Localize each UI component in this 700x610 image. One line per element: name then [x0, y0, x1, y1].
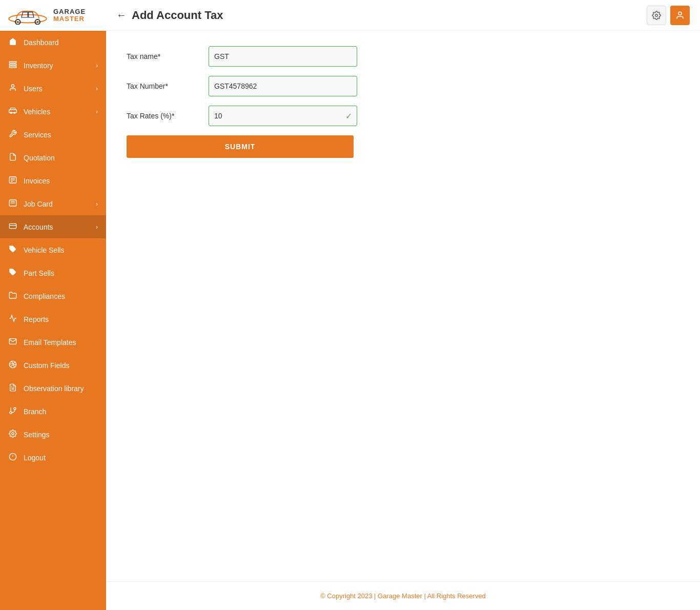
sidebar-item-logout[interactable]: Logout [0, 446, 106, 469]
sidebar-label-users: Users [24, 85, 43, 93]
tax-name-input[interactable] [209, 46, 357, 67]
observationlib-icon [8, 383, 17, 393]
sidebar-item-invoices[interactable]: Invoices [0, 169, 106, 192]
svg-point-3 [17, 21, 18, 23]
users-icon [8, 84, 17, 93]
sidebar: GARAGE MASTER Dashboard Inventory › User… [0, 0, 106, 610]
sidebar-item-accounts[interactable]: Accounts › [0, 215, 106, 238]
dashboard-icon [8, 37, 17, 47]
chevron-icon-inventory: › [96, 62, 98, 69]
sidebar-item-inventory[interactable]: Inventory › [0, 54, 106, 77]
top-bar-actions [647, 6, 690, 25]
submit-button[interactable]: SUBMIT [127, 135, 354, 158]
compliances-icon [8, 291, 17, 301]
sidebar-item-observationlib[interactable]: Observation library [0, 377, 106, 400]
tax-rates-row: Tax Rates (%)* ✓ [127, 106, 680, 126]
settings-icon [8, 430, 17, 439]
top-bar: ← Add Account Tax [106, 0, 700, 31]
sidebar-item-partsells[interactable]: Part Sells [0, 261, 106, 284]
sidebar-item-customfields[interactable]: Custom Fields [0, 354, 106, 377]
footer: © Copyright 2023 | Garage Master | All R… [106, 581, 700, 610]
sidebar-item-emailtemplates[interactable]: Email Templates [0, 331, 106, 354]
accounts-icon [8, 222, 17, 232]
svg-point-8 [11, 85, 14, 87]
sidebar-item-users[interactable]: Users › [0, 77, 106, 100]
inventory-icon [8, 60, 17, 70]
sidebar-item-vehicles[interactable]: Vehicles › [0, 100, 106, 123]
sidebar-item-reports[interactable]: Reports [0, 308, 106, 331]
user-icon [675, 11, 685, 20]
sidebar-item-branch[interactable]: Branch [0, 400, 106, 423]
quotation-icon [8, 153, 17, 162]
svg-point-27 [10, 412, 12, 414]
page-title: Add Account Tax [132, 9, 223, 22]
jobcard-icon [8, 199, 17, 209]
sidebar-label-jobcard: Job Card [24, 200, 53, 208]
sidebar-item-settings[interactable]: Settings [0, 423, 106, 446]
svg-rect-5 [9, 62, 16, 63]
tax-name-row: Tax name* [127, 46, 680, 67]
customfields-icon [8, 360, 17, 370]
chevron-icon-accounts: › [96, 223, 98, 231]
logo-garage-text: GARAGE [53, 8, 86, 15]
tax-rates-input[interactable] [209, 106, 357, 126]
sidebar-label-invoices: Invoices [24, 177, 50, 185]
branch-icon [8, 406, 17, 416]
sidebar-label-branch: Branch [24, 408, 46, 416]
check-icon: ✓ [345, 111, 352, 121]
tax-number-row: Tax Number* [127, 76, 680, 96]
emailtemplates-icon [8, 337, 17, 347]
sidebar-label-settings: Settings [24, 431, 50, 439]
svg-rect-7 [9, 66, 16, 68]
svg-point-33 [678, 12, 682, 15]
tax-rates-wrapper: ✓ [209, 106, 357, 126]
settings-button[interactable] [647, 6, 666, 25]
logo-master-text: MASTER [53, 15, 86, 23]
svg-rect-19 [9, 223, 16, 228]
footer-highlight: All Rights Reserved [427, 592, 486, 600]
sidebar-label-partsells: Part Sells [24, 269, 54, 277]
sidebar-label-compliances: Compliances [24, 292, 65, 300]
sidebar-item-vehiclesells[interactable]: Vehicle Sells [0, 238, 106, 261]
tax-rates-label: Tax Rates (%)* [127, 112, 209, 120]
sidebar-item-compliances[interactable]: Compliances [0, 284, 106, 308]
services-icon [8, 130, 17, 139]
sidebar-label-quotation: Quotation [24, 154, 55, 162]
tax-number-label: Tax Number* [127, 82, 209, 90]
svg-point-26 [14, 408, 16, 410]
main-content: ← Add Account Tax Tax name* Tax Number* … [106, 0, 700, 610]
tax-number-input[interactable] [209, 76, 357, 96]
chevron-icon-users: › [96, 85, 98, 92]
logout-icon [8, 453, 17, 462]
svg-rect-9 [9, 110, 17, 113]
sidebar-item-jobcard[interactable]: Job Card › [0, 192, 106, 215]
sidebar-label-observationlib: Observation library [24, 384, 84, 393]
footer-text: © Copyright 2023 | Garage Master | All R… [320, 592, 486, 600]
sidebar-item-dashboard[interactable]: Dashboard [0, 31, 106, 54]
logo: GARAGE MASTER [0, 0, 106, 31]
sidebar-label-dashboard: Dashboard [24, 38, 59, 47]
partsells-icon [8, 268, 17, 278]
sidebar-item-quotation[interactable]: Quotation [0, 146, 106, 169]
sidebar-label-inventory: Inventory [24, 62, 53, 70]
form-area: Tax name* Tax Number* Tax Rates (%)* ✓ S… [106, 31, 700, 581]
sidebar-label-vehicles: Vehicles [24, 108, 50, 116]
sidebar-label-accounts: Accounts [24, 223, 53, 231]
page-title-area: ← Add Account Tax [116, 9, 223, 22]
invoices-icon [8, 176, 17, 186]
svg-point-32 [655, 14, 658, 16]
sidebar-nav: Dashboard Inventory › Users › Vehicles › [0, 31, 106, 469]
svg-point-28 [12, 433, 14, 435]
sidebar-label-services: Services [24, 131, 51, 139]
sidebar-item-services[interactable]: Services [0, 123, 106, 146]
sidebar-label-customfields: Custom Fields [24, 361, 69, 370]
vehicles-icon [8, 107, 17, 116]
user-button[interactable] [670, 6, 690, 25]
reports-icon [8, 314, 17, 324]
svg-rect-6 [9, 64, 16, 66]
chevron-icon-jobcard: › [96, 200, 98, 208]
chevron-icon-vehicles: › [96, 108, 98, 115]
sidebar-label-vehiclesells: Vehicle Sells [24, 246, 64, 254]
back-button[interactable]: ← [116, 9, 127, 21]
vehiclesells-icon [8, 245, 17, 255]
